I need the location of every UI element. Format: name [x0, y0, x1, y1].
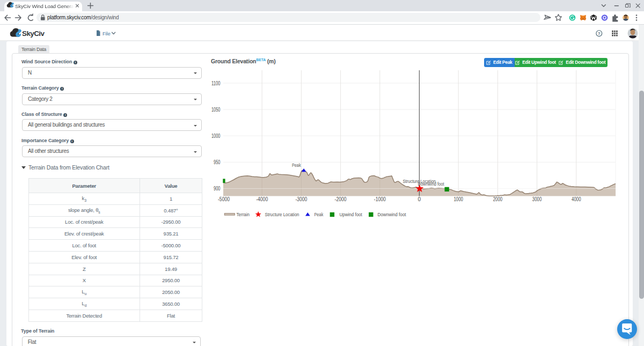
svg-text:-3000: -3000: [295, 196, 307, 202]
svg-text:Peak: Peak: [292, 162, 301, 168]
svg-text:950: 950: [214, 159, 221, 165]
svg-text:4000: 4000: [572, 196, 581, 202]
svg-text:-1000: -1000: [374, 196, 386, 202]
svg-text:Structure Location: Structure Location: [265, 211, 299, 217]
svg-text:3000: 3000: [532, 196, 542, 202]
svg-text:Terrain: Terrain: [237, 211, 250, 217]
svg-text:Downwind foot: Downwind foot: [418, 181, 444, 187]
svg-text:-4000: -4000: [256, 196, 268, 202]
svg-text:0: 0: [418, 196, 421, 202]
svg-text:1100: 1100: [211, 80, 221, 86]
svg-text:Downwind foot: Downwind foot: [378, 211, 406, 217]
svg-text:2000: 2000: [493, 196, 503, 202]
svg-text:1050: 1050: [211, 107, 221, 113]
svg-text:Peak: Peak: [314, 211, 323, 217]
svg-text:?: ?: [598, 31, 601, 36]
svg-text:1000: 1000: [453, 196, 463, 202]
svg-text:1000: 1000: [211, 133, 221, 139]
svg-text:Upwind foot: Upwind foot: [340, 211, 363, 217]
svg-text:900: 900: [214, 186, 221, 192]
svg-text:-5000: -5000: [218, 196, 230, 202]
svg-text:-2000: -2000: [335, 196, 347, 202]
